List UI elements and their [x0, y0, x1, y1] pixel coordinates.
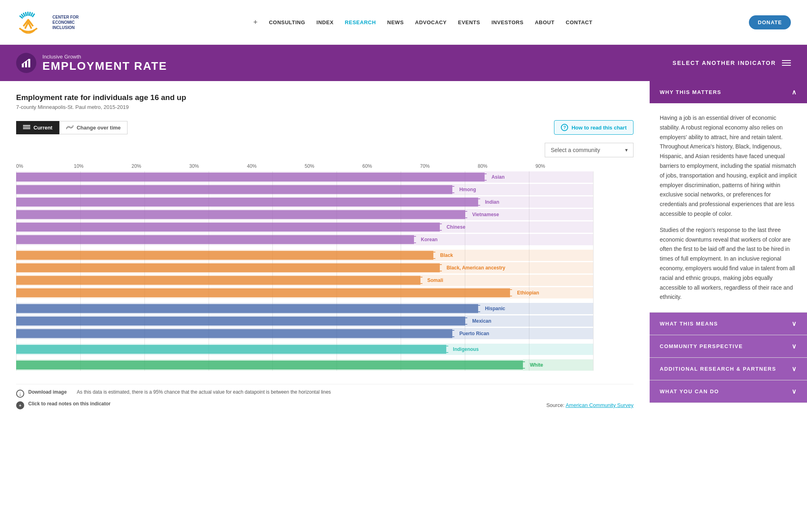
logo-line1: CENTER FOR [52, 15, 79, 20]
bar-label: Black [440, 252, 453, 258]
header: CENTER FOR ECONOMIC INCLUSION + CONSULTI… [0, 0, 807, 45]
sidebar-what-you-can-do: WHAT YOU CAN DO ∨ [650, 380, 807, 403]
bar-marker [522, 361, 523, 369]
axis-70: 70% [420, 163, 478, 169]
bar-label: Korean [421, 237, 437, 242]
nav-news[interactable]: NEWS [387, 19, 404, 25]
download-icon[interactable]: ↓ [16, 390, 24, 398]
axis-0: 0% [16, 163, 74, 169]
sidebar: WHY THIS MATTERS ∧ Having a job is an es… [650, 81, 807, 421]
source-link[interactable]: American Community Survey [566, 402, 633, 408]
what-you-can-do-header[interactable]: WHAT YOU CAN DO ∨ [650, 380, 807, 403]
axis-20: 20% [132, 163, 189, 169]
chart-area: Employment rate for individuals age 16 a… [0, 81, 650, 421]
nav-research[interactable]: RESEARCH [345, 19, 376, 25]
nav-advocacy[interactable]: ADVOCACY [415, 19, 447, 25]
bar-label: Asian [491, 174, 505, 180]
bar-marker [484, 173, 485, 182]
logo-icon [16, 6, 48, 38]
nav-events[interactable]: EVENTS [458, 19, 480, 25]
bar-marker [477, 304, 478, 313]
bar-label: Hmong [459, 187, 476, 192]
community-label: COMMUNITY PERSPECTIVE [660, 343, 743, 349]
research-label: ADDITIONAL RESEARCH & PARTNERS [660, 366, 776, 372]
axis-60: 60% [362, 163, 420, 169]
bar-fill [16, 198, 478, 207]
donate-button[interactable]: DONATE [749, 15, 791, 29]
bar-fill [16, 173, 484, 182]
bar-marker [452, 185, 452, 194]
source-row: Source: American Community Survey [546, 402, 633, 408]
sidebar-why-matters: WHY THIS MATTERS ∧ Having a job is an es… [650, 81, 807, 313]
svg-rect-10 [28, 59, 30, 67]
bar-fill [16, 361, 523, 369]
bar-row: Indigenous [16, 344, 593, 355]
read-notes-label[interactable]: Click to read notes on this indicator [28, 401, 111, 407]
research-header[interactable]: ADDITIONAL RESEARCH & PARTNERS ∨ [650, 358, 807, 380]
chart-subtitle: 7-county Minneapolis-St. Paul metro, 201… [16, 104, 633, 110]
bar-row: Black, American ancestry [16, 262, 593, 273]
nav-about[interactable]: ABOUT [535, 19, 554, 25]
sidebar-research: ADDITIONAL RESEARCH & PARTNERS ∨ [650, 358, 807, 380]
axis-50: 50% [305, 163, 362, 169]
svg-line-7 [32, 14, 35, 17]
question-icon: ? [561, 124, 568, 131]
tab-group: Current Change over time [16, 121, 128, 134]
why-matters-label: WHY THIS MATTERS [660, 89, 721, 95]
community-select-wrapper: Select a community [545, 143, 633, 157]
nav-plus[interactable]: + [253, 18, 258, 27]
axis-90: 90% [535, 163, 593, 169]
download-label[interactable]: Download image [28, 389, 67, 395]
community-select[interactable]: Select a community [545, 143, 633, 157]
why-matters-header[interactable]: WHY THIS MATTERS ∧ [650, 81, 807, 103]
how-to-button[interactable]: ? How to read this chart [554, 120, 633, 135]
bar-row: Hmong [16, 184, 593, 195]
hero-banner: Inclusive Growth EMPLOYMENT RATE SELECT … [0, 45, 807, 81]
community-header[interactable]: COMMUNITY PERSPECTIVE ∨ [650, 335, 807, 357]
why-matters-chevron: ∧ [792, 88, 797, 96]
nav-investors[interactable]: INVESTORS [491, 19, 523, 25]
axis-40: 40% [247, 163, 305, 169]
logo-text: CENTER FOR ECONOMIC INCLUSION [52, 15, 79, 30]
bar-marker [509, 288, 510, 297]
bar-row: Ethiopian [16, 287, 593, 298]
logo-line2: ECONOMIC [52, 20, 79, 25]
bar-label: Puerto Rican [459, 331, 489, 336]
tab-current[interactable]: Current [16, 121, 59, 134]
bars-container: AsianHmongIndianVietnameseChineseKoreanB… [16, 171, 593, 371]
source-label: Source: [546, 402, 564, 408]
footnote-text: As this data is estimated, there is a 95… [77, 389, 331, 395]
what-means-header[interactable]: WHAT THIS MEANS ∨ [650, 313, 807, 335]
footer-bottom: + Click to read notes on this indicator … [16, 401, 633, 409]
bar-fill [16, 251, 433, 260]
select-indicator[interactable]: SELECT ANOTHER INDICATOR [673, 60, 791, 66]
nav-contact[interactable]: CONTACT [566, 19, 592, 25]
bar-label: Vietnamese [472, 212, 499, 217]
bar-marker [420, 276, 420, 285]
nav-index[interactable]: INDEX [316, 19, 333, 25]
hero-subtitle: Inclusive Growth [42, 54, 167, 60]
tab-change[interactable]: Change over time [59, 121, 128, 134]
bar-marker [477, 198, 478, 207]
hero-icon [16, 53, 36, 73]
chart-controls: Current Change over time ? How to read t… [16, 120, 633, 135]
bar-marker [439, 223, 440, 232]
chart-footer: ↓ Download image As this data is estimat… [16, 384, 633, 409]
svg-rect-12 [23, 125, 30, 126]
plus-icon[interactable]: + [16, 401, 24, 409]
nav-consulting[interactable]: CONSULTING [269, 19, 305, 25]
research-chevron: ∨ [792, 365, 797, 373]
select-indicator-label: SELECT ANOTHER INDICATOR [673, 60, 776, 66]
notes-row: + Click to read notes on this indicator [16, 401, 111, 409]
svg-line-5 [29, 12, 30, 16]
bar-label: White [530, 362, 543, 368]
what-means-chevron: ∨ [792, 320, 797, 328]
svg-line-2 [23, 13, 25, 17]
bar-fill [16, 345, 446, 354]
tab-change-label: Change over time [77, 125, 121, 131]
bar-fill [16, 329, 452, 338]
why-matters-content: Having a job is an essential driver of e… [650, 103, 807, 312]
bar-fill [16, 276, 420, 285]
community-chevron: ∨ [792, 342, 797, 350]
bar-marker [445, 345, 446, 354]
